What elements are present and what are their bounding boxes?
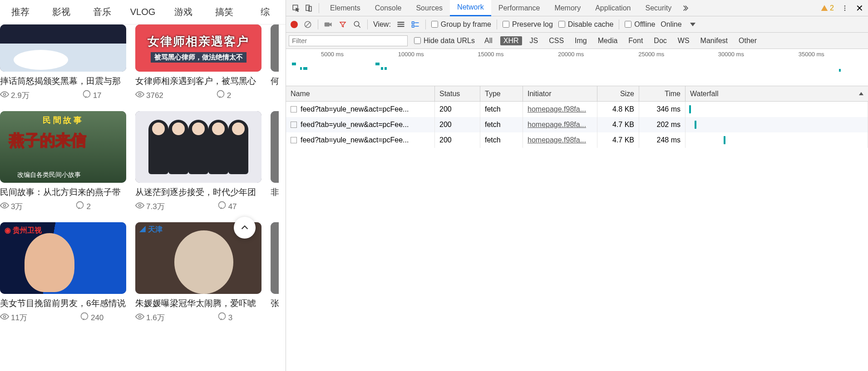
filter-input[interactable]	[289, 35, 408, 46]
video-title: 非	[271, 186, 279, 198]
preserve-log-checkbox[interactable]: Preserve log	[503, 20, 553, 29]
request-row[interactable]: feed?tab=yule_new&act=pcFee... 200 fetch…	[286, 102, 868, 117]
col-initiator[interactable]: Initiator	[523, 86, 597, 101]
video-card[interactable]: 05:15 摔话筒怒揭颁奖黑幕，田震与那英到 2.9万 17	[0, 24, 126, 101]
record-button[interactable]	[291, 21, 298, 28]
online-status[interactable]: Online	[661, 20, 681, 29]
devtools-tab-network[interactable]: Network	[450, 0, 491, 16]
col-name[interactable]: Name	[286, 86, 435, 101]
video-card[interactable]: ◉ 贵州卫视 14:58 美女节目挽留前男友，6年感情说散 11万 240	[0, 222, 126, 323]
more-tabs-icon[interactable]	[679, 2, 691, 15]
cell-type: fetch	[480, 102, 523, 117]
views-count: 1.6万	[135, 312, 165, 323]
overview-icon[interactable]	[411, 20, 420, 29]
svg-point-9	[81, 313, 88, 320]
video-thumbnail[interactable]: 女律师相亲遇客户被骂黑心律师，做法绝情太不 07:35	[135, 24, 261, 72]
chat-icon	[216, 90, 225, 101]
video-card[interactable]: 民 間 故 事燕子的来信改编自各类民间小故事 10:22 民间故事：从北方归来的…	[0, 111, 126, 212]
filter-type-img[interactable]: Img	[572, 36, 590, 45]
filter-type-manifest[interactable]: Manifest	[697, 36, 731, 45]
request-row[interactable]: feed?tab=yule_new&act=pcFee... 200 fetch…	[286, 117, 868, 132]
col-time[interactable]: Time	[639, 86, 686, 101]
video-card[interactable]: 何	[271, 24, 279, 101]
video-card[interactable]: 张	[271, 222, 279, 323]
group-by-frame-checkbox[interactable]: Group by frame	[431, 20, 491, 29]
devtools-tab-security[interactable]: Security	[638, 0, 679, 16]
video-card[interactable]: 女律师相亲遇客户被骂黑心律师，做法绝情太不 07:35 女律师相亲遇到客户，被骂…	[135, 24, 261, 101]
filter-type-js[interactable]: JS	[527, 36, 542, 45]
overview-tick: 35000 ms	[799, 51, 824, 58]
throttling-dropdown-icon[interactable]	[690, 23, 695, 26]
views-count: 3万	[0, 201, 23, 212]
network-toolbar: View: Group by frame Preserve log Disabl…	[286, 16, 868, 33]
disable-cache-checkbox[interactable]: Disable cache	[558, 20, 614, 29]
nav-item[interactable]: 影视	[41, 6, 82, 18]
nav-item[interactable]: 音乐	[82, 6, 123, 18]
filter-type-doc[interactable]: Doc	[651, 36, 670, 45]
camera-icon[interactable]	[324, 20, 333, 29]
filter-type-css[interactable]: CSS	[546, 36, 567, 45]
nav-item[interactable]: 搞笑	[204, 6, 245, 18]
video-thumbnail[interactable]: 05:15	[0, 24, 126, 72]
network-table-header: Name Status Type Initiator Size Time Wat…	[286, 86, 868, 102]
video-title: 女律师相亲遇到客户，被骂黑心律	[135, 75, 261, 87]
filter-icon[interactable]	[338, 20, 347, 29]
overview-tick: 25000 ms	[638, 51, 664, 58]
filter-type-all[interactable]: All	[481, 36, 496, 45]
kebab-menu-icon[interactable]	[838, 2, 851, 15]
devtools-tab-elements[interactable]: Elements	[323, 0, 368, 16]
svg-rect-24	[397, 24, 404, 24]
device-toggle-icon[interactable]	[302, 2, 315, 15]
clear-icon[interactable]	[303, 20, 312, 29]
nav-item[interactable]: 推荐	[0, 6, 41, 18]
eye-icon	[0, 90, 9, 101]
cell-initiator: homepage.f98fa...	[523, 102, 597, 117]
nav-item[interactable]: VLOG	[123, 7, 163, 17]
video-card[interactable]: 非	[271, 111, 279, 212]
video-thumbnail[interactable]: 00:46	[135, 111, 261, 183]
overview-tick: 15000 ms	[478, 51, 503, 58]
scroll-top-button[interactable]	[234, 217, 256, 239]
view-label: View:	[373, 20, 391, 29]
large-rows-icon[interactable]	[396, 20, 405, 29]
filter-type-media[interactable]: Media	[595, 36, 621, 45]
nav-item[interactable]: 综	[245, 6, 286, 18]
devtools-tab-memory[interactable]: Memory	[547, 0, 588, 16]
search-icon[interactable]	[353, 20, 362, 29]
request-row[interactable]: feed?tab=yule_new&act=pcFee... 200 fetch…	[286, 132, 868, 148]
devtools-tab-sources[interactable]: Sources	[409, 0, 450, 16]
video-thumbnail[interactable]	[271, 222, 279, 294]
devtools-tab-performance[interactable]: Performance	[491, 0, 547, 16]
svg-point-3	[217, 91, 224, 98]
hide-data-urls-checkbox[interactable]: Hide data URLs	[414, 37, 475, 45]
col-status[interactable]: Status	[435, 86, 480, 101]
offline-checkbox[interactable]: Offline	[625, 20, 655, 29]
video-title: 美女节目挽留前男友，6年感情说散	[0, 298, 126, 309]
video-title: 从迷茫到逐步接受，时代少年团已经	[135, 186, 261, 198]
col-waterfall[interactable]: Waterfall	[686, 86, 868, 101]
video-thumbnail[interactable]	[271, 24, 279, 72]
video-thumbnail[interactable]	[271, 111, 279, 183]
filter-type-ws[interactable]: WS	[675, 36, 693, 45]
video-card[interactable]: 00:46 从迷茫到逐步接受，时代少年团已经 7.3万 47	[135, 111, 261, 212]
col-type[interactable]: Type	[480, 86, 523, 101]
devtools-tab-application[interactable]: Application	[588, 0, 638, 16]
network-overview[interactable]: 5000 ms10000 ms15000 ms20000 ms25000 ms3…	[286, 49, 868, 86]
row-checkbox[interactable]	[291, 122, 297, 128]
cell-size: 4.8 KB	[597, 102, 639, 117]
inspect-element-icon[interactable]	[290, 2, 302, 15]
video-thumbnail[interactable]: ◉ 贵州卫视 14:58	[0, 222, 126, 294]
filter-type-font[interactable]: Font	[625, 36, 646, 45]
warnings-badge[interactable]: 2	[821, 4, 834, 12]
nav-item[interactable]: 游戏	[163, 6, 204, 18]
filter-type-other[interactable]: Other	[735, 36, 760, 45]
col-size[interactable]: Size	[597, 86, 639, 101]
row-checkbox[interactable]	[291, 106, 297, 112]
devtools-tab-console[interactable]: Console	[368, 0, 409, 16]
sort-asc-icon	[859, 92, 863, 95]
close-devtools-icon[interactable]: ✕	[856, 3, 863, 14]
eye-icon	[135, 90, 144, 101]
row-checkbox[interactable]	[291, 137, 297, 143]
filter-type-xhr[interactable]: XHR	[500, 36, 522, 45]
video-thumbnail[interactable]: 民 間 故 事燕子的来信改编自各类民间小故事 10:22	[0, 111, 126, 183]
